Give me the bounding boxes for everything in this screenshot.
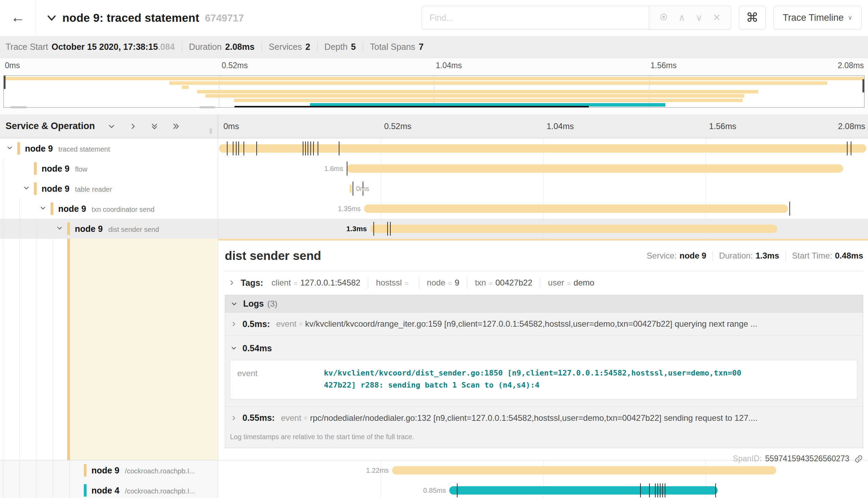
minimap-canvas[interactable] xyxy=(3,75,865,108)
log-entry-header[interactable]: 0.54ms xyxy=(230,341,857,356)
timeline-axis-label: 1.04ms xyxy=(547,121,574,131)
services-label: Services xyxy=(269,42,302,52)
tag-client: client=127.0.0.1:54582 xyxy=(272,278,361,288)
log-marker-tick xyxy=(310,142,311,155)
tree-chevron-icon[interactable] xyxy=(55,224,64,234)
collapse-trace-chevron-icon[interactable] xyxy=(46,12,57,24)
log-marker-tick xyxy=(373,222,374,236)
log-marker-tick xyxy=(236,142,237,155)
selected-span-colorbar xyxy=(67,239,70,460)
view-dropdown-label: Trace Timeline xyxy=(783,12,844,23)
log-marker-tick xyxy=(387,222,388,236)
minimap-viewport-indicator[interactable] xyxy=(234,106,588,107)
span-row-dist-sender-send[interactable]: node 9dist sender send1.3ms xyxy=(0,219,868,239)
log-key: event xyxy=(281,413,301,423)
match-case-icon[interactable] xyxy=(659,12,668,23)
log-marker-tick xyxy=(318,142,318,155)
trace-title: node 9: traced statement xyxy=(62,11,199,25)
tag-hostssl: hostssl= xyxy=(376,278,411,288)
log-marker-tick xyxy=(353,182,353,196)
divider xyxy=(317,42,318,52)
chevron-down-icon xyxy=(230,344,238,352)
span-meta: Service:node 9Duration:1.3msStart Time:0… xyxy=(647,251,863,261)
meta-label: Duration: xyxy=(719,251,753,261)
keyboard-shortcuts-button[interactable]: ⌘ xyxy=(739,6,766,30)
minimap-right-handle[interactable] xyxy=(862,79,864,92)
minimap-span xyxy=(197,90,759,93)
chevron-right-icon xyxy=(230,320,238,328)
service-name: node 4/cockroach.roachpb.I... xyxy=(91,486,195,496)
log-entry-0.55ms[interactable]: 0.55ms:event=rpc/nodedialer/nodedialer.g… xyxy=(225,407,863,429)
tag-node: node=9 xyxy=(427,278,459,288)
meta-value: 1.3ms xyxy=(756,251,779,261)
service-operation-header: Service & Operation xyxy=(0,114,218,138)
span-bar[interactable] xyxy=(364,205,788,213)
log-marker-tick xyxy=(640,483,641,497)
span-bar[interactable] xyxy=(347,164,843,173)
minimap-axis-label: 0.52ms xyxy=(222,61,248,70)
tags-row[interactable]: Tags: client=127.0.0.1:54582hostssl=node… xyxy=(225,271,863,294)
collapse-one-icon[interactable] xyxy=(107,121,116,131)
trace-title-block: node 9: traced statement 6749717 xyxy=(46,0,244,36)
column-resizer-grip[interactable]: ‖ xyxy=(209,127,213,136)
minimap-span xyxy=(205,94,744,98)
timeline-axis-label: 2.08ms xyxy=(838,121,865,131)
back-button[interactable]: ← xyxy=(0,0,36,35)
header-toolbar: ∧ ∨ ✕ ⌘ Trace Timeline ∨ xyxy=(422,6,862,30)
span-duration-label: 0.85ms xyxy=(423,487,446,495)
service-name: node 9table reader xyxy=(42,184,112,194)
log-entry-0.5ms[interactable]: 0.5ms:event=kv/kvclient/kvcoord/range_it… xyxy=(225,313,863,335)
trace-minimap: 0ms0.52ms1.04ms1.56ms2.08ms xyxy=(0,58,868,114)
trace-id: 6749717 xyxy=(205,12,244,24)
depth-label: Depth xyxy=(325,42,348,52)
log-marker-tick xyxy=(847,142,848,155)
logs-header[interactable]: Logs (3) xyxy=(225,295,863,313)
prev-match-icon[interactable]: ∧ xyxy=(679,13,685,22)
trace-start-label: Trace Start xyxy=(6,42,48,52)
tree-chevron-icon[interactable] xyxy=(22,184,30,193)
span-duration-label: 0ms xyxy=(356,185,369,193)
span-bar[interactable] xyxy=(349,184,352,193)
meta-value: 0.48ms xyxy=(835,251,863,261)
next-match-icon[interactable]: ∨ xyxy=(696,13,702,22)
operation-name: traced statement xyxy=(59,145,110,153)
log-marker-tick xyxy=(339,142,339,155)
span-row-traced-statement[interactable]: node 9traced statement xyxy=(0,138,868,159)
collapse-all-icon[interactable] xyxy=(150,121,159,131)
duration-label: Duration xyxy=(189,42,222,52)
log-marker-tick xyxy=(305,142,306,155)
view-dropdown-button[interactable]: Trace Timeline ∨ xyxy=(773,6,862,30)
span-bar[interactable] xyxy=(370,225,777,233)
trace-start-ms: .084 xyxy=(158,42,175,52)
chevron-right-icon xyxy=(230,414,238,422)
app-header: ← node 9: traced statement 6749717 ∧ ∨ ✕… xyxy=(0,0,868,36)
log-marker-tick xyxy=(660,483,661,497)
log-marker-tick xyxy=(662,483,663,497)
tags-label: Tags: xyxy=(241,278,263,288)
span-row--cockroach-roachpb-i-[interactable]: node 4/cockroach.roachpb.I...0.85ms xyxy=(0,480,868,498)
span-row-table-reader[interactable]: node 9table reader0ms xyxy=(0,179,868,199)
chevron-down-icon: ∨ xyxy=(848,14,852,21)
service-name: node 9/cockroach.roachpb.I... xyxy=(91,465,195,476)
minimap-left-handle[interactable] xyxy=(4,76,6,89)
span-row-flow[interactable]: node 9flow1.6ms xyxy=(0,159,868,179)
minimap-span xyxy=(234,99,743,102)
minimap-axis-label: 2.08ms xyxy=(838,61,864,70)
tree-chevron-icon[interactable] xyxy=(39,204,47,214)
tree-chevron-icon[interactable] xyxy=(6,144,14,153)
find-input[interactable] xyxy=(422,6,649,30)
expand-all-icon[interactable] xyxy=(171,121,181,131)
span-row--cockroach-roachpb-i-[interactable]: node 9/cockroach.roachpb.I...1.22ms xyxy=(0,460,868,480)
clear-find-icon[interactable]: ✕ xyxy=(713,13,721,22)
log-entry-expanded-0.54ms: 0.54mseventkv/kvclient/kvcoord/dist_send… xyxy=(225,336,863,406)
span-rows-bottom: node 9/cockroach.roachpb.I...1.22msnode … xyxy=(0,460,868,498)
span-row-txn-coordinator-send[interactable]: node 9txn coordinator send1.35ms xyxy=(0,199,868,219)
chevron-right-icon xyxy=(228,279,236,287)
span-bar[interactable] xyxy=(219,144,867,153)
minimap-nub xyxy=(200,106,215,108)
span-duration-label: 1.3ms xyxy=(346,225,367,233)
expand-one-icon[interactable] xyxy=(128,121,138,131)
logs-title: Logs xyxy=(243,299,264,309)
span-bar[interactable] xyxy=(392,466,776,474)
span-bar[interactable] xyxy=(449,486,718,495)
